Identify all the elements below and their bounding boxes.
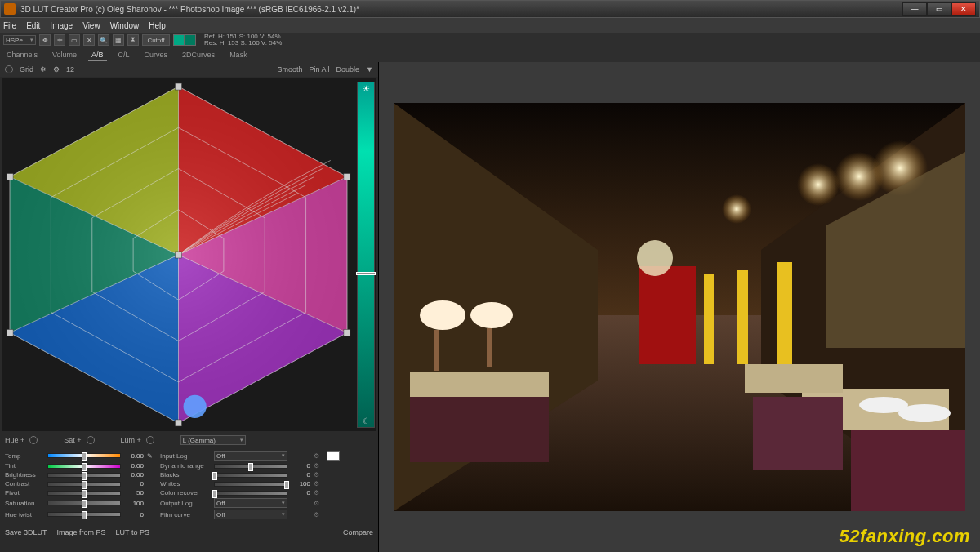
dropdown-output-log[interactable]: Off — [214, 498, 287, 508]
value-contrast: 0 — [124, 480, 144, 487]
svg-rect-42 — [434, 330, 439, 371]
value-whites: 100 — [291, 480, 310, 487]
menu-image[interactable]: Image — [50, 21, 73, 30]
slider-tint[interactable] — [47, 464, 121, 469]
color-swatches[interactable] — [173, 34, 196, 46]
tool-move-icon[interactable]: ✥ — [39, 34, 51, 46]
minimize-button[interactable]: — — [902, 2, 927, 16]
toolbar: HSPe ✥ ✛ ▭ ✕ 🔍 ▦ ⧗ Cutoff Ref. H: 151 S:… — [0, 33, 980, 47]
gear-icon[interactable]: ⚙ — [314, 480, 323, 487]
grid-steps[interactable]: 12 — [66, 65, 74, 73]
gamma-dropdown[interactable]: L (Gamma) — [180, 435, 246, 445]
eyedropper-icon[interactable]: ✎ — [147, 452, 157, 460]
gear-icon[interactable]: ⚙ — [314, 500, 323, 507]
color-readout: Ref. H: 151 S: 100 V: 54% Res. H: 153 S:… — [204, 33, 282, 47]
grid-radio[interactable] — [5, 65, 13, 73]
gear-icon[interactable]: ⚙ — [53, 65, 60, 73]
menubar: File Edit Image View Window Help — [0, 18, 980, 33]
tool-crosshair-icon[interactable]: ✛ — [54, 34, 65, 46]
tab-channels[interactable]: Channels — [3, 49, 41, 60]
slider-brightness[interactable] — [47, 473, 121, 478]
snowflake-icon[interactable]: ❄ — [40, 65, 47, 73]
param-hue twist: Hue twist — [5, 511, 44, 519]
gear-icon[interactable]: ⚙ — [314, 511, 323, 519]
save-3dlut-button[interactable]: Save 3DLUT — [5, 528, 47, 536]
menu-help[interactable]: Help — [149, 21, 166, 30]
tool-cutoff[interactable]: Cutoff — [142, 34, 170, 46]
luminance-slider[interactable]: ☀ ☾ — [357, 82, 375, 428]
gear-icon[interactable]: ⚙ — [314, 462, 323, 470]
slider-whites[interactable] — [214, 482, 287, 487]
value-color-recover: 0 — [291, 489, 310, 496]
dropdown-icon[interactable]: ▼ — [366, 65, 373, 73]
value-dynamic-range: 0 — [291, 462, 310, 470]
hex-color-grid[interactable] — [2, 78, 355, 431]
image-from-ps-button[interactable]: Image from PS — [57, 528, 106, 536]
gear-icon[interactable]: ⚙ — [314, 471, 323, 479]
lum-radio[interactable] — [146, 436, 154, 444]
slider-dynamic-range[interactable] — [214, 464, 287, 469]
tool-grid-icon[interactable]: ▦ — [113, 34, 124, 46]
slider-pivot[interactable] — [47, 491, 121, 496]
pinall-button[interactable]: Pin All — [310, 65, 330, 73]
svg-rect-19 — [7, 329, 13, 336]
preview-image[interactable] — [394, 103, 965, 511]
sat-radio[interactable] — [87, 436, 95, 444]
colorspace-dropdown[interactable]: HSPe — [3, 35, 36, 45]
svg-rect-44 — [410, 372, 549, 397]
lut-to-ps-button[interactable]: LUT to PS — [116, 528, 149, 536]
value-temp: 0.00 — [124, 452, 144, 460]
close-button[interactable]: ✕ — [951, 2, 976, 16]
output-swatch[interactable] — [327, 451, 340, 461]
double-button[interactable]: Double — [336, 65, 360, 73]
gear-icon[interactable]: ⚙ — [314, 452, 323, 460]
menu-view[interactable]: View — [82, 21, 100, 30]
app-icon — [4, 3, 16, 15]
tab-curves[interactable]: Curves — [141, 49, 172, 60]
value-pivot: 50 — [124, 489, 144, 496]
tool-cross-icon[interactable]: ✕ — [83, 34, 95, 46]
parameters-grid: Temp0.00✎Input LogOff⚙Tint0.00Dynamic ra… — [0, 447, 378, 523]
slider-knob[interactable] — [356, 272, 376, 275]
param-input-log: Input Log — [160, 452, 211, 460]
slider-hue twist[interactable] — [47, 512, 121, 517]
param-pivot: Pivot — [5, 489, 44, 496]
svg-rect-28 — [704, 274, 714, 364]
param-saturation: Saturation — [5, 500, 44, 507]
svg-rect-45 — [410, 397, 549, 462]
menu-file[interactable]: File — [3, 21, 16, 30]
tool-rect-icon[interactable]: ▭ — [69, 34, 80, 46]
gear-icon[interactable]: ⚙ — [314, 489, 323, 496]
menu-window[interactable]: Window — [110, 21, 140, 30]
slider-temp[interactable] — [47, 453, 121, 458]
tab-2dcurves[interactable]: 2DCurves — [179, 49, 218, 60]
tool-zoom-icon[interactable]: 🔍 — [98, 34, 109, 46]
tab-cl[interactable]: C/L — [115, 49, 133, 60]
tab-mask[interactable]: Mask — [226, 49, 251, 60]
maximize-button[interactable]: ▭ — [927, 2, 951, 16]
param-color-recover: Color recover — [160, 489, 211, 496]
window-title: 3D LUT Creator Pro (c) Oleg Sharonov - *… — [20, 5, 902, 14]
svg-rect-20 — [7, 174, 13, 180]
dropdown-film-curve[interactable]: Off — [214, 510, 287, 519]
hue-radio[interactable] — [29, 436, 38, 444]
swatch-fg[interactable] — [173, 34, 185, 46]
slider-saturation[interactable] — [47, 501, 121, 505]
swatch-bg[interactable] — [185, 34, 196, 46]
tab-volume[interactable]: Volume — [49, 49, 80, 60]
slider-contrast[interactable] — [47, 482, 121, 487]
tab-ab[interactable]: A/B — [88, 49, 107, 61]
dropdown-input-log[interactable]: Off — [214, 451, 287, 461]
preview-panel: 52fanxing.com — [379, 62, 980, 552]
param-whites: Whites — [160, 480, 211, 487]
compare-button[interactable]: Compare — [343, 528, 373, 536]
watermark: 52fanxing.com — [839, 526, 970, 547]
smooth-button[interactable]: Smooth — [278, 65, 303, 73]
tool-hourglass-icon[interactable]: ⧗ — [127, 34, 139, 46]
slider-color-recover[interactable] — [214, 491, 287, 496]
menu-edit[interactable]: Edit — [26, 21, 40, 30]
slider-blacks[interactable] — [214, 473, 287, 478]
hue-label: Hue + — [5, 436, 24, 444]
svg-point-35 — [637, 240, 673, 276]
svg-rect-29 — [737, 270, 748, 364]
